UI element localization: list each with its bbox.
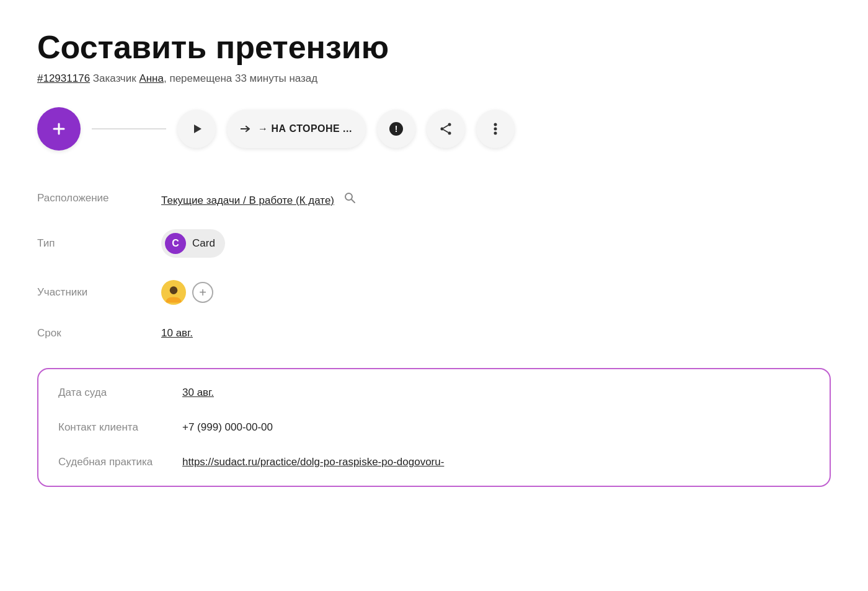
status-button[interactable]: → НА СТОРОНЕ ... bbox=[227, 110, 366, 148]
share-button[interactable] bbox=[427, 110, 465, 148]
svg-point-6 bbox=[448, 123, 451, 126]
connector-1 bbox=[92, 128, 166, 129]
more-icon bbox=[494, 122, 497, 136]
svg-line-9 bbox=[443, 125, 448, 128]
participants-list: + bbox=[161, 280, 831, 305]
alert-button[interactable]: ! bbox=[377, 110, 415, 148]
court-date-link[interactable]: 30 авг. bbox=[182, 387, 214, 398]
type-badge-icon: C bbox=[165, 233, 186, 254]
court-practice-label: Судебная практика bbox=[58, 445, 182, 479]
arrow-right-icon bbox=[241, 125, 252, 133]
more-button[interactable] bbox=[476, 110, 515, 148]
order-id-link[interactable]: #12931176 bbox=[37, 72, 90, 84]
participants-value: + bbox=[161, 269, 831, 316]
page-title: Составить претензию bbox=[37, 30, 831, 65]
search-button[interactable] bbox=[341, 189, 358, 206]
location-link[interactable]: Текущие задачи / В работе (К дате) bbox=[161, 195, 334, 206]
status-label: → НА СТОРОНЕ ... bbox=[258, 123, 352, 134]
add-button[interactable] bbox=[37, 107, 81, 151]
alert-icon: ! bbox=[389, 121, 404, 136]
type-badge-text: Card bbox=[192, 237, 215, 250]
client-contact-label: Контакт клиента bbox=[58, 410, 182, 445]
court-date-value: 30 авг. bbox=[182, 375, 810, 410]
participants-label: Участники bbox=[37, 275, 161, 310]
subtitle-customer-label-text: Заказчик bbox=[93, 72, 136, 84]
subtitle-moved-text: перемещена 33 минуты назад bbox=[169, 72, 317, 84]
custom-fields-box: Дата суда 30 авг. Контакт клиента +7 (99… bbox=[37, 368, 831, 487]
subtitle: #12931176 Заказчик Анна, перемещена 33 м… bbox=[37, 72, 831, 85]
svg-point-11 bbox=[494, 123, 497, 126]
type-value: C Card bbox=[161, 218, 831, 269]
customer-name-link[interactable]: Анна bbox=[139, 72, 164, 84]
svg-point-13 bbox=[494, 132, 497, 135]
play-button[interactable] bbox=[177, 110, 216, 148]
avatar bbox=[161, 280, 186, 305]
svg-point-12 bbox=[494, 128, 497, 131]
client-contact-value: +7 (999) 000-00-00 bbox=[182, 410, 810, 445]
location-value: Текущие задачи / В работе (К дате) bbox=[161, 178, 831, 218]
svg-line-10 bbox=[443, 129, 448, 133]
deadline-value: 10 авг. bbox=[161, 316, 831, 351]
type-label: Тип bbox=[37, 226, 161, 261]
subtitle-moved: , bbox=[164, 72, 169, 84]
court-practice-link[interactable]: https://sudact.ru/practice/dolg-po-raspi… bbox=[182, 456, 444, 468]
deadline-label: Срок bbox=[37, 316, 161, 351]
fields-section: Расположение Текущие задачи / В работе (… bbox=[37, 178, 831, 351]
court-date-label: Дата суда bbox=[58, 375, 182, 410]
toolbar: → НА СТОРОНЕ ... ! bbox=[37, 107, 831, 151]
svg-text:!: ! bbox=[395, 124, 398, 134]
svg-line-15 bbox=[352, 199, 355, 203]
type-badge[interactable]: C Card bbox=[161, 229, 225, 258]
svg-point-16 bbox=[170, 286, 178, 294]
search-icon bbox=[343, 191, 356, 204]
svg-point-7 bbox=[448, 132, 451, 135]
court-practice-value: https://sudact.ru/practice/dolg-po-raspi… bbox=[182, 445, 810, 479]
client-contact-text: +7 (999) 000-00-00 bbox=[182, 421, 273, 433]
svg-point-8 bbox=[440, 128, 443, 131]
share-icon bbox=[439, 122, 453, 136]
location-label: Расположение bbox=[37, 181, 161, 216]
deadline-link[interactable]: 10 авг. bbox=[161, 327, 193, 339]
add-participant-button[interactable]: + bbox=[192, 282, 213, 303]
svg-marker-2 bbox=[194, 125, 202, 133]
